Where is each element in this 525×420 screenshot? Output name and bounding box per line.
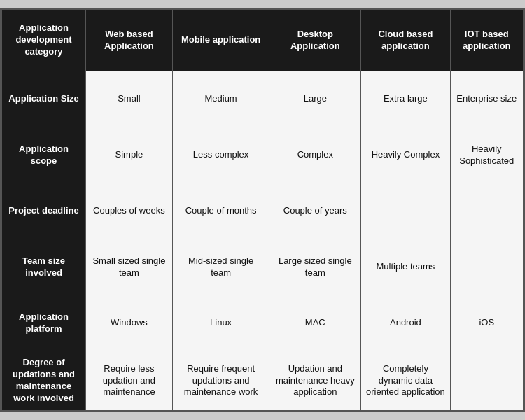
row-label-3: Team size involved: [2, 239, 86, 295]
cell-r0-c1: Medium: [172, 71, 269, 127]
cell-r0-c4: Enterprise size: [450, 71, 524, 127]
table-body: Application SizeSmallMediumLargeExtra la…: [2, 71, 524, 411]
cell-r5-c2: Updation and maintenance heavy applicati…: [270, 351, 361, 411]
row-label-1: Application scope: [2, 127, 86, 183]
cell-r5-c0: Require less updation and maintenance: [86, 351, 173, 411]
table-row: Project deadlineCouples of weeksCouple o…: [2, 183, 524, 239]
cell-r3-c4: [450, 239, 524, 295]
header-row: Application development category Web bas…: [2, 10, 524, 71]
cell-r0-c2: Large: [270, 71, 361, 127]
cell-r5-c4: [450, 351, 524, 411]
col-header-cloud: Cloud based application: [361, 10, 450, 71]
cell-r0-c3: Extra large: [361, 71, 450, 127]
cell-r0-c0: Small: [86, 71, 173, 127]
cell-r4-c0: Windows: [86, 295, 173, 351]
table-row: Application SizeSmallMediumLargeExtra la…: [2, 71, 524, 127]
cell-r3-c1: Mid-sized single team: [172, 239, 269, 295]
cell-r5-c1: Require frequent updations and maintenan…: [172, 351, 269, 411]
cell-r1-c3: Heavily Complex: [361, 127, 450, 183]
table-corner-header: Application development category: [2, 10, 86, 71]
table-row: Application scopeSimpleLess complexCompl…: [2, 127, 524, 183]
cell-r4-c1: Linux: [172, 295, 269, 351]
cell-r3-c0: Small sized single team: [86, 239, 173, 295]
table-row: Team size involvedSmall sized single tea…: [2, 239, 524, 295]
cell-r5-c3: Completely dynamic data oriented applica…: [361, 351, 450, 411]
cell-r1-c2: Complex: [270, 127, 361, 183]
col-header-mobile: Mobile application: [172, 10, 269, 71]
table-row: Application platformWindowsLinuxMACAndro…: [2, 295, 524, 351]
row-label-0: Application Size: [2, 71, 86, 127]
table-row: Degree of updations and maintenance work…: [2, 351, 524, 411]
cell-r4-c4: iOS: [450, 295, 524, 351]
cell-r3-c3: Multiple teams: [361, 239, 450, 295]
comparison-table: Application development category Web bas…: [1, 9, 524, 411]
cell-r4-c2: MAC: [270, 295, 361, 351]
cell-r4-c3: Android: [361, 295, 450, 351]
col-header-desktop: Desktop Application: [270, 10, 361, 71]
cell-r2-c0: Couples of weeks: [86, 183, 173, 239]
cell-r3-c2: Large sized single team: [270, 239, 361, 295]
cell-r2-c2: Couple of years: [270, 183, 361, 239]
cell-r2-c4: [450, 183, 524, 239]
row-label-2: Project deadline: [2, 183, 86, 239]
col-header-web: Web based Application: [86, 10, 173, 71]
row-label-4: Application platform: [2, 295, 86, 351]
col-header-iot: IOT based application: [450, 10, 524, 71]
cell-r1-c1: Less complex: [172, 127, 269, 183]
cell-r1-c4: Heavily Sophisticated: [450, 127, 524, 183]
cell-r2-c3: [361, 183, 450, 239]
comparison-table-wrapper: Application development category Web bas…: [0, 8, 525, 412]
cell-r1-c0: Simple: [86, 127, 173, 183]
row-label-5: Degree of updations and maintenance work…: [2, 351, 86, 411]
cell-r2-c1: Couple of months: [172, 183, 269, 239]
